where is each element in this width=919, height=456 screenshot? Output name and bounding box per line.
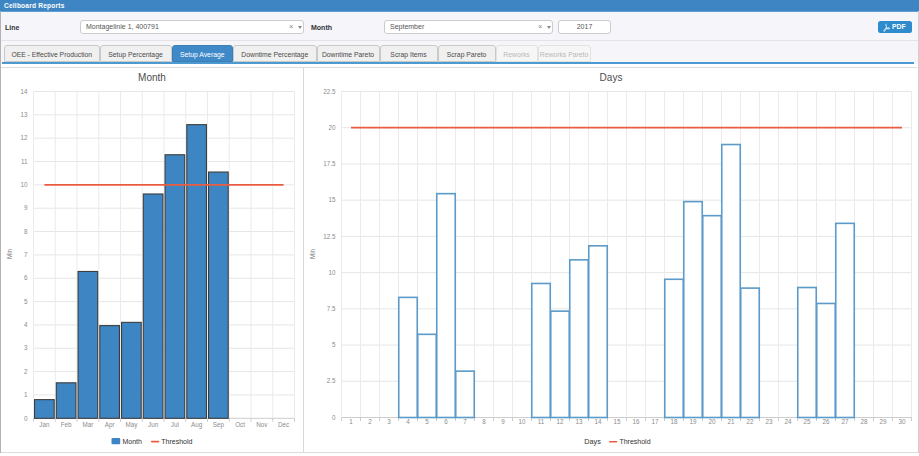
svg-text:5: 5 [332,341,336,348]
svg-text:Nov: Nov [256,421,268,428]
svg-text:5: 5 [24,298,28,305]
svg-text:12: 12 [20,134,28,141]
svg-text:11: 11 [21,158,28,165]
svg-text:15: 15 [328,196,336,203]
svg-text:3: 3 [24,344,28,351]
svg-text:30: 30 [898,418,906,425]
svg-text:Days: Days [600,72,623,83]
svg-text:17: 17 [651,418,659,425]
svg-text:May: May [125,421,138,429]
svg-text:10: 10 [328,269,336,276]
svg-text:Apr: Apr [105,421,115,429]
svg-text:Dec: Dec [278,421,289,428]
svg-text:26: 26 [822,418,830,425]
svg-text:29: 29 [879,418,887,425]
svg-text:24: 24 [784,418,792,425]
svg-text:4: 4 [24,321,28,328]
svg-text:Threshold: Threshold [619,438,650,445]
svg-text:Days: Days [584,437,601,446]
svg-text:Month: Month [138,72,166,83]
svg-text:3: 3 [387,418,391,425]
svg-text:13: 13 [575,418,583,425]
svg-text:12: 12 [556,418,564,425]
svg-text:Aug: Aug [191,421,203,429]
svg-text:6: 6 [24,274,28,281]
svg-text:0: 0 [332,414,336,421]
svg-text:6: 6 [444,418,448,425]
svg-text:17.5: 17.5 [323,160,336,167]
svg-text:11: 11 [538,418,545,425]
svg-text:16: 16 [632,418,640,425]
svg-text:1: 1 [24,391,28,398]
svg-text:27: 27 [841,418,849,425]
svg-text:22: 22 [746,418,754,425]
svg-text:13: 13 [20,111,28,118]
svg-text:Threshold: Threshold [161,438,192,445]
svg-text:8: 8 [24,228,28,235]
svg-text:21: 21 [727,418,735,425]
svg-text:12.5: 12.5 [323,233,336,240]
svg-text:Min: Min [309,248,316,259]
svg-text:20: 20 [328,124,336,131]
svg-text:15: 15 [613,418,621,425]
svg-text:7: 7 [463,418,467,425]
svg-text:Min: Min [6,248,13,259]
svg-text:Sep: Sep [213,421,225,429]
svg-text:9: 9 [24,204,28,211]
svg-text:4: 4 [406,418,410,425]
svg-text:7: 7 [24,251,28,258]
svg-text:23: 23 [765,418,773,425]
svg-text:22.5: 22.5 [323,88,336,95]
svg-text:5: 5 [425,418,429,425]
svg-text:19: 19 [689,418,697,425]
svg-text:Feb: Feb [61,421,72,428]
svg-text:Jan: Jan [39,421,50,428]
svg-text:14: 14 [594,418,602,425]
svg-text:Month: Month [123,438,143,445]
svg-text:20: 20 [708,418,716,425]
svg-text:2: 2 [368,418,372,425]
svg-text:Mar: Mar [82,421,93,428]
svg-text:0: 0 [24,415,28,422]
svg-text:10: 10 [20,181,28,188]
svg-text:2.5: 2.5 [327,377,336,384]
svg-text:28: 28 [860,418,868,425]
svg-text:8: 8 [482,418,486,425]
svg-text:Jun: Jun [148,421,159,428]
svg-text:1: 1 [349,418,353,425]
svg-text:18: 18 [670,418,678,425]
svg-text:25: 25 [803,418,811,425]
svg-text:Jul: Jul [171,421,179,428]
svg-text:Oct: Oct [235,421,245,428]
svg-text:2: 2 [24,368,28,375]
svg-text:10: 10 [518,418,526,425]
svg-text:9: 9 [501,418,505,425]
svg-text:14: 14 [20,88,28,95]
svg-text:7.5: 7.5 [327,305,336,312]
